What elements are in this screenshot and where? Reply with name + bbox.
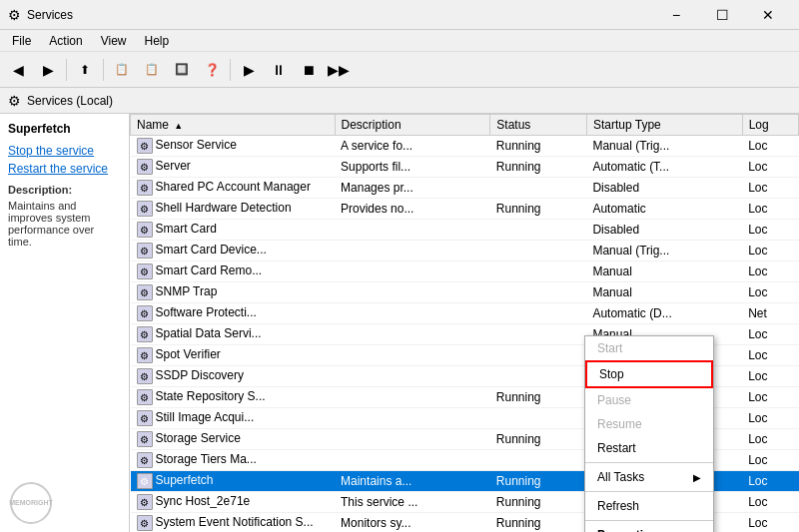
toolbar-back[interactable]: ◀: [4, 56, 32, 84]
cell-log: Loc: [742, 136, 798, 157]
service-icon: ⚙: [137, 243, 153, 259]
col-description[interactable]: Description: [335, 115, 490, 136]
main-content: Superfetch Stop the service Restart the …: [0, 114, 799, 532]
maximize-button[interactable]: ☐: [699, 0, 745, 30]
service-icon: ⚙: [137, 347, 153, 363]
menu-file[interactable]: File: [4, 32, 39, 50]
close-button[interactable]: ✕: [745, 0, 791, 30]
toolbar: ◀ ▶ ⬆ 📋 📋 🔲 ❓ ▶ ⏸ ⏹ ▶▶: [0, 52, 799, 88]
cell-desc: [335, 408, 490, 429]
toolbar-forward[interactable]: ▶: [34, 56, 62, 84]
cell-startup: Manual (Trig...: [586, 241, 742, 262]
toolbar-stop[interactable]: ⏹: [295, 56, 323, 84]
menu-action[interactable]: Action: [41, 32, 90, 50]
cell-status: Running: [490, 199, 587, 220]
title-bar-left: ⚙ Services: [8, 7, 73, 23]
service-icon: ⚙: [137, 515, 153, 531]
stop-link[interactable]: Stop the service: [8, 144, 121, 158]
cell-desc: [335, 345, 490, 366]
cell-log: Loc: [742, 492, 798, 513]
ctx-sep3: [585, 520, 713, 521]
ctx-refresh[interactable]: Refresh: [585, 494, 713, 518]
toolbar-console[interactable]: 📋: [138, 56, 166, 84]
address-icon: ⚙: [8, 93, 21, 109]
cell-startup: Automatic (D...: [586, 303, 742, 324]
window-title: Services: [27, 8, 73, 22]
table-header-row: Name ▲ Description Status Startup Type L…: [131, 115, 799, 136]
ctx-pause[interactable]: Pause: [585, 388, 713, 412]
toolbar-restart[interactable]: ▶▶: [325, 56, 353, 84]
table-row[interactable]: ⚙Smart Card Device...Manual (Trig...Loc: [131, 241, 799, 262]
cell-desc: [335, 366, 490, 387]
ctx-all-tasks[interactable]: All Tasks ▶: [585, 465, 713, 489]
restart-link[interactable]: Restart the service: [8, 162, 121, 176]
cell-name: ⚙SNMP Trap: [131, 282, 336, 303]
cell-log: Loc: [742, 241, 798, 262]
cell-name: ⚙System Event Notification S...: [131, 513, 336, 533]
cell-status: [490, 345, 587, 366]
address-text: Services (Local): [27, 94, 113, 108]
cell-name: ⚙Shared PC Account Manager: [131, 178, 336, 199]
watermark-logo: MEMORIGHT: [10, 482, 52, 524]
service-icon: ⚙: [137, 138, 153, 154]
service-icon: ⚙: [137, 431, 153, 447]
service-icon: ⚙: [137, 326, 153, 342]
service-icon: ⚙: [137, 473, 153, 489]
ctx-properties[interactable]: Properties: [585, 523, 713, 532]
app-icon: ⚙: [8, 7, 21, 23]
table-row[interactable]: ⚙Shell Hardware DetectionProvides no...R…: [131, 199, 799, 220]
table-row[interactable]: ⚙SNMP TrapManualLoc: [131, 282, 799, 303]
cell-status: [490, 220, 587, 241]
watermark: MEMORIGHT: [10, 482, 52, 524]
table-row[interactable]: ⚙Sensor ServiceA service fo...RunningMan…: [131, 136, 799, 157]
cell-status: Running: [490, 157, 587, 178]
cell-desc: [335, 303, 490, 324]
service-icon: ⚙: [137, 159, 153, 175]
toolbar-new-window[interactable]: 🔲: [168, 56, 196, 84]
left-panel-description: Description: Maintains and improves syst…: [8, 184, 121, 248]
col-name[interactable]: Name ▲: [131, 115, 336, 136]
cell-desc: This service ...: [335, 492, 490, 513]
table-row[interactable]: ⚙Smart Card Remo...ManualLoc: [131, 262, 799, 282]
menu-view[interactable]: View: [93, 32, 135, 50]
cell-desc: Maintains a...: [335, 471, 490, 492]
cell-name: ⚙Sensor Service: [131, 136, 336, 157]
ctx-start[interactable]: Start: [585, 336, 713, 360]
cell-desc: [335, 241, 490, 262]
ctx-stop[interactable]: Stop: [585, 360, 713, 388]
toolbar-play[interactable]: ▶: [235, 56, 263, 84]
cell-log: Net: [742, 303, 798, 324]
col-status[interactable]: Status: [490, 115, 587, 136]
cell-name: ⚙Storage Tiers Ma...: [131, 450, 336, 471]
table-row[interactable]: ⚙ServerSupports fil...RunningAutomatic (…: [131, 157, 799, 178]
toolbar-up[interactable]: ⬆: [71, 56, 99, 84]
toolbar-show-hide[interactable]: 📋: [108, 56, 136, 84]
cell-log: Loc: [742, 345, 798, 366]
cell-log: Loc: [742, 408, 798, 429]
toolbar-pause[interactable]: ⏸: [265, 56, 293, 84]
toolbar-help[interactable]: ❓: [198, 56, 226, 84]
cell-log: Loc: [742, 450, 798, 471]
cell-status: Running: [490, 471, 587, 492]
cell-desc: Monitors sy...: [335, 513, 490, 533]
ctx-restart[interactable]: Restart: [585, 436, 713, 460]
minimize-button[interactable]: −: [653, 0, 699, 30]
cell-name: ⚙Spot Verifier: [131, 345, 336, 366]
menu-help[interactable]: Help: [137, 32, 178, 50]
table-row[interactable]: ⚙Software Protecti...Automatic (D...Net: [131, 303, 799, 324]
cell-status: [490, 366, 587, 387]
table-row[interactable]: ⚙Shared PC Account ManagerManages pr...D…: [131, 178, 799, 199]
cell-desc: [335, 220, 490, 241]
cell-desc: Manages pr...: [335, 178, 490, 199]
menu-bar: File Action View Help: [0, 30, 799, 52]
cell-desc: Supports fil...: [335, 157, 490, 178]
ctx-sep2: [585, 491, 713, 492]
cell-log: Loc: [742, 157, 798, 178]
table-row[interactable]: ⚙Smart CardDisabledLoc: [131, 220, 799, 241]
col-log[interactable]: Log: [742, 115, 798, 136]
cell-startup: Disabled: [586, 178, 742, 199]
col-startup[interactable]: Startup Type: [586, 115, 742, 136]
ctx-resume[interactable]: Resume: [585, 412, 713, 436]
service-icon: ⚙: [137, 494, 153, 510]
cell-status: Running: [490, 136, 587, 157]
